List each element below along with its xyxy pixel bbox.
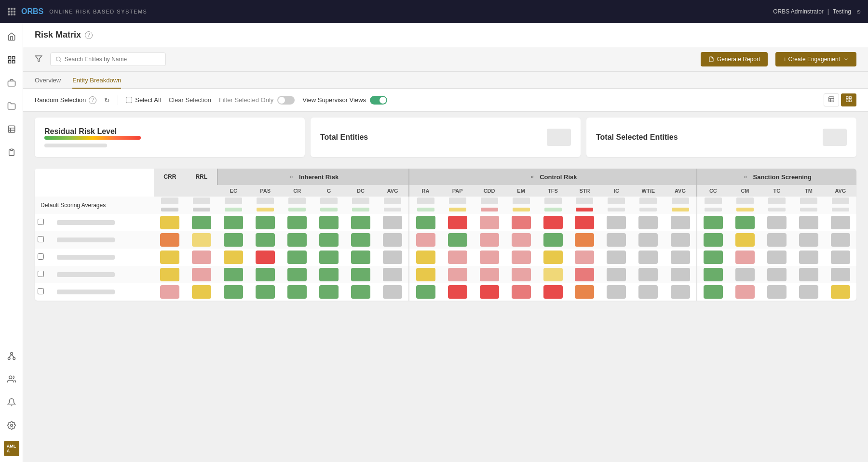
control-cell-4-0[interactable] bbox=[416, 268, 435, 281]
control-cell-5-3[interactable] bbox=[512, 285, 531, 299]
sanction-cell-2-1[interactable] bbox=[735, 233, 755, 247]
crr-cell-5[interactable] bbox=[160, 285, 179, 299]
inherent-cell-2-5[interactable] bbox=[383, 233, 402, 247]
sanction-cell-1-1[interactable] bbox=[735, 216, 755, 229]
control-cell-3-5[interactable] bbox=[575, 251, 594, 264]
sanction-cell-3-1[interactable] bbox=[735, 251, 755, 264]
control-cell-2-3[interactable] bbox=[512, 233, 531, 247]
rrl-cell-4[interactable] bbox=[192, 268, 211, 281]
control-cell-5-2[interactable] bbox=[480, 285, 499, 299]
row-checkbox-1[interactable] bbox=[38, 219, 44, 225]
sidebar-item-settings[interactable] bbox=[4, 418, 19, 433]
sanction-cell-4-3[interactable] bbox=[799, 268, 818, 281]
control-cell-2-4[interactable] bbox=[543, 233, 563, 247]
sanction-cell-3-4[interactable] bbox=[831, 251, 850, 264]
generate-report-button[interactable]: Generate Report bbox=[701, 52, 768, 66]
inherent-cell-4-5[interactable] bbox=[383, 268, 402, 281]
sidebar-item-network[interactable] bbox=[4, 348, 19, 364]
inherent-cell-4-0[interactable] bbox=[224, 268, 243, 281]
sanction-cell-5-2[interactable] bbox=[767, 285, 787, 299]
inherent-cell-2-1[interactable] bbox=[256, 233, 275, 247]
inherent-cell-1-2[interactable] bbox=[287, 216, 307, 229]
sidebar-item-home[interactable] bbox=[4, 29, 19, 44]
amla-badge[interactable]: AMLA bbox=[4, 441, 19, 456]
control-cell-3-0[interactable] bbox=[416, 251, 435, 264]
row-checkbox-2[interactable] bbox=[38, 236, 44, 242]
row-checkbox-3[interactable] bbox=[38, 253, 44, 260]
control-cell-4-4[interactable] bbox=[543, 268, 563, 281]
rrl-cell-5[interactable] bbox=[192, 285, 211, 299]
sidebar-item-folder[interactable] bbox=[4, 98, 19, 114]
sanction-cell-4-0[interactable] bbox=[704, 268, 723, 281]
control-cell-4-2[interactable] bbox=[480, 268, 499, 281]
row-checkbox-5[interactable] bbox=[38, 288, 44, 294]
grid-menu-icon[interactable] bbox=[8, 8, 15, 15]
create-engagement-button[interactable]: + Create Engagement bbox=[775, 52, 856, 66]
sanction-cell-1-0[interactable] bbox=[704, 216, 723, 229]
rrl-cell-3[interactable] bbox=[192, 251, 211, 264]
control-cell-2-0[interactable] bbox=[416, 233, 435, 247]
control-cell-1-4[interactable] bbox=[543, 216, 563, 229]
control-cell-5-4[interactable] bbox=[543, 285, 563, 299]
sanction-cell-5-0[interactable] bbox=[704, 285, 723, 299]
control-cell-4-7[interactable] bbox=[638, 268, 658, 281]
tab-overview[interactable]: Overview bbox=[35, 72, 61, 89]
control-cell-2-7[interactable] bbox=[638, 233, 658, 247]
sanction-cell-1-3[interactable] bbox=[799, 216, 818, 229]
inherent-cell-2-4[interactable] bbox=[351, 233, 370, 247]
control-cell-5-5[interactable] bbox=[575, 285, 594, 299]
sanction-cell-4-2[interactable] bbox=[767, 268, 787, 281]
inherent-cell-2-0[interactable] bbox=[224, 233, 243, 247]
control-cell-1-5[interactable] bbox=[575, 216, 594, 229]
inherent-cell-4-4[interactable] bbox=[351, 268, 370, 281]
control-cell-4-8[interactable] bbox=[671, 268, 690, 281]
rrl-cell-2[interactable] bbox=[192, 233, 211, 247]
page-info-icon[interactable]: ? bbox=[85, 31, 93, 39]
search-input[interactable] bbox=[65, 56, 161, 63]
inherent-cell-1-1[interactable] bbox=[256, 216, 275, 229]
inherent-cell-4-1[interactable] bbox=[256, 268, 275, 281]
inherent-cell-3-4[interactable] bbox=[351, 251, 370, 264]
tab-entity-breakdown[interactable]: Entity Breakdown bbox=[72, 72, 121, 89]
inherent-cell-4-3[interactable] bbox=[319, 268, 339, 281]
sanction-cell-3-3[interactable] bbox=[799, 251, 818, 264]
filter-icon[interactable] bbox=[35, 55, 42, 64]
sidebar-item-matrix[interactable] bbox=[4, 52, 19, 67]
sanction-cell-2-0[interactable] bbox=[704, 233, 723, 247]
inherent-cell-5-2[interactable] bbox=[287, 285, 307, 299]
sanction-cell-4-4[interactable] bbox=[831, 268, 850, 281]
sidebar-item-people[interactable] bbox=[4, 371, 19, 387]
control-cell-2-2[interactable] bbox=[480, 233, 499, 247]
control-cell-1-2[interactable] bbox=[480, 216, 499, 229]
control-cell-3-3[interactable] bbox=[512, 251, 531, 264]
control-cell-1-8[interactable] bbox=[671, 216, 690, 229]
random-selection-info-icon[interactable]: ? bbox=[89, 96, 96, 104]
rrl-cell-1[interactable] bbox=[192, 216, 211, 229]
sanction-cell-1-4[interactable] bbox=[831, 216, 850, 229]
inherent-cell-3-5[interactable] bbox=[383, 251, 402, 264]
select-all-input[interactable] bbox=[126, 97, 132, 103]
sanction-cell-2-4[interactable] bbox=[831, 233, 850, 247]
inherent-cell-3-2[interactable] bbox=[287, 251, 307, 264]
control-cell-3-4[interactable] bbox=[543, 251, 563, 264]
inherent-collapse-btn[interactable]: « bbox=[288, 172, 295, 181]
control-cell-5-1[interactable] bbox=[448, 285, 467, 299]
control-cell-1-3[interactable] bbox=[512, 216, 531, 229]
refresh-icon[interactable]: ↻ bbox=[104, 96, 110, 104]
control-cell-2-8[interactable] bbox=[671, 233, 690, 247]
sanction-cell-5-1[interactable] bbox=[735, 285, 755, 299]
control-cell-5-6[interactable] bbox=[607, 285, 626, 299]
inherent-cell-5-0[interactable] bbox=[224, 285, 243, 299]
control-cell-1-6[interactable] bbox=[607, 216, 626, 229]
sanction-cell-1-2[interactable] bbox=[767, 216, 787, 229]
control-cell-3-1[interactable] bbox=[448, 251, 467, 264]
control-cell-4-5[interactable] bbox=[575, 268, 594, 281]
control-cell-5-8[interactable] bbox=[671, 285, 690, 299]
control-cell-2-1[interactable] bbox=[448, 233, 467, 247]
control-collapse-btn[interactable]: « bbox=[529, 172, 536, 181]
sidebar-item-table[interactable] bbox=[4, 121, 19, 137]
control-cell-2-5[interactable] bbox=[575, 233, 594, 247]
inherent-cell-3-0[interactable] bbox=[224, 251, 243, 264]
crr-cell-1[interactable] bbox=[160, 216, 179, 229]
clear-selection-button[interactable]: Clear Selection bbox=[169, 96, 211, 104]
